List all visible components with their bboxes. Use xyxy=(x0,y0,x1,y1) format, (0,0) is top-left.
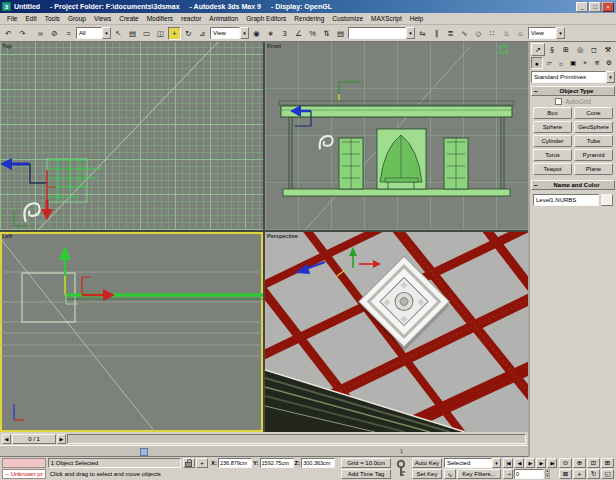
pyramid-button[interactable]: Pyramid xyxy=(574,149,613,161)
window-crossing-icon[interactable]: ◫ xyxy=(154,27,167,40)
set-key-button[interactable]: Set Key xyxy=(412,469,442,479)
render-view-dropdown[interactable]: View ▼ xyxy=(528,27,565,39)
utilities-tab-icon[interactable]: ⚒ xyxy=(601,43,615,56)
viewport-left-label[interactable]: Left xyxy=(2,233,12,239)
trackbar-frame-marker[interactable] xyxy=(140,448,148,456)
spinner-down-icon[interactable]: ▾ xyxy=(545,474,550,479)
plane-button[interactable]: Plane xyxy=(574,163,613,175)
time-slider-left-icon[interactable]: ◀ xyxy=(2,434,11,444)
zoom-extents-icon[interactable]: ⊡ xyxy=(587,458,600,468)
display-tab-icon[interactable]: ◻ xyxy=(587,43,601,56)
material-editor-icon[interactable]: ∷ xyxy=(486,27,499,40)
chevron-down-icon[interactable]: ▼ xyxy=(492,458,501,468)
maxscript-mini-listener[interactable]: -- Unknown pr xyxy=(2,469,46,479)
time-slider-track[interactable] xyxy=(67,434,526,444)
next-frame-icon[interactable]: ▶ xyxy=(536,458,546,468)
viewport-top-label[interactable]: Top xyxy=(2,43,12,49)
menu-tools[interactable]: Tools xyxy=(41,14,64,23)
spacewarps-icon[interactable]: ≋ xyxy=(591,57,603,69)
maximize-button[interactable]: □ xyxy=(589,2,601,12)
name-color-rollout[interactable]: − Name and Color xyxy=(531,180,615,190)
snap-toggle-icon[interactable]: 3 xyxy=(278,27,291,40)
render-setup-icon[interactable]: ♨ xyxy=(500,27,513,40)
absolute-offset-toggle[interactable]: + xyxy=(196,458,208,468)
hierarchy-tab-icon[interactable]: ⊞ xyxy=(559,43,573,56)
tube-button[interactable]: Tube xyxy=(574,135,613,147)
go-to-end-icon[interactable]: ▶| xyxy=(547,458,557,468)
select-by-name-icon[interactable]: ▤ xyxy=(126,27,139,40)
maxscript-macro-recorder[interactable] xyxy=(2,458,46,468)
geometry-icon[interactable]: ● xyxy=(531,57,543,69)
redo-icon[interactable]: ↷ xyxy=(16,27,29,40)
schematic-view-icon[interactable]: ◇ xyxy=(472,27,485,40)
key-mode-toggle-icon[interactable]: ⇢ xyxy=(503,469,513,479)
selection-filter-dropdown[interactable]: All ▼ xyxy=(76,27,111,39)
menu-maxscript[interactable]: MAXScript xyxy=(367,14,406,23)
menu-help[interactable]: Help xyxy=(406,14,427,23)
zoom-icon[interactable]: ⊙ xyxy=(559,458,572,468)
y-coord-field[interactable]: 1592.75cm xyxy=(260,458,294,468)
percent-snap-icon[interactable]: % xyxy=(306,27,319,40)
object-color-swatch[interactable] xyxy=(601,194,613,206)
go-to-start-icon[interactable]: |◀ xyxy=(503,458,513,468)
motion-tab-icon[interactable]: ◎ xyxy=(573,43,587,56)
reference-coord-dropdown[interactable]: View ▼ xyxy=(210,27,249,39)
viewport-perspective-label[interactable]: Perspective xyxy=(267,233,298,239)
chevron-down-icon[interactable]: ▼ xyxy=(556,27,565,39)
minimize-button[interactable]: _ xyxy=(576,2,588,12)
menu-group[interactable]: Group xyxy=(64,14,90,23)
named-sets-icon[interactable]: ▤ xyxy=(334,27,347,40)
undo-icon[interactable]: ↶ xyxy=(2,27,15,40)
primitives-dropdown[interactable]: Standard Primitives ▼ xyxy=(531,71,615,83)
select-and-move-icon[interactable]: + xyxy=(168,27,181,40)
curve-editor-icon[interactable]: ∿ xyxy=(458,27,471,40)
menu-create[interactable]: Create xyxy=(115,14,143,23)
selection-lock-toggle[interactable] xyxy=(183,458,195,468)
chevron-down-icon[interactable]: ▼ xyxy=(102,27,111,39)
play-icon[interactable]: ▶ xyxy=(525,458,535,468)
torus-button[interactable]: Torus xyxy=(533,149,572,161)
helpers-icon[interactable]: ⌖ xyxy=(579,57,591,69)
viewport-front[interactable]: Front xyxy=(265,42,528,230)
menu-reactor[interactable]: reactor xyxy=(177,14,205,23)
viewport-perspective[interactable]: Perspective xyxy=(265,232,528,432)
select-object-icon[interactable]: ↖ xyxy=(112,27,125,40)
teapot-button[interactable]: Teapot xyxy=(533,163,572,175)
object-type-rollout[interactable]: − Object Type xyxy=(531,86,615,96)
viewport-top[interactable]: Top xyxy=(0,42,263,230)
x-coord-field[interactable]: 236.879cm xyxy=(218,458,252,468)
viewport-front-label[interactable]: Front xyxy=(267,43,281,49)
object-name-input[interactable]: Level1.NURBS xyxy=(533,194,599,206)
menu-file[interactable]: File xyxy=(3,14,21,23)
z-coord-field[interactable]: 300.363cm xyxy=(301,458,335,468)
menu-edit[interactable]: Edit xyxy=(21,14,40,23)
select-and-manipulate-icon[interactable]: ∗ xyxy=(264,27,277,40)
previous-frame-icon[interactable]: ◀ xyxy=(514,458,524,468)
bind-to-spacewarp-icon[interactable]: ≈ xyxy=(62,27,75,40)
use-pivot-center-icon[interactable]: ◉ xyxy=(250,27,263,40)
angle-snap-icon[interactable]: ∠ xyxy=(292,27,305,40)
zoom-extents-all-icon[interactable]: ⊞ xyxy=(601,458,614,468)
time-slider-handle[interactable]: 0 / 1 xyxy=(12,434,56,444)
track-bar[interactable]: 1 xyxy=(0,445,528,457)
chevron-down-icon[interactable]: ▼ xyxy=(240,27,249,39)
cameras-icon[interactable]: ▣ xyxy=(567,57,579,69)
menu-animation[interactable]: Animation xyxy=(205,14,242,23)
menu-graph-editors[interactable]: Graph Editors xyxy=(242,14,290,23)
add-time-tag-button[interactable]: Add Time Tag xyxy=(341,469,390,479)
close-button[interactable]: × xyxy=(602,2,614,12)
box-button[interactable]: Box xyxy=(533,107,572,119)
time-slider-right-icon[interactable]: ▶ xyxy=(57,434,66,444)
cone-button[interactable]: Cone xyxy=(574,107,613,119)
spinner-snap-icon[interactable]: ⇅ xyxy=(320,27,333,40)
layer-manager-icon[interactable]: ≣ xyxy=(444,27,457,40)
menu-customize[interactable]: Customize xyxy=(328,14,367,23)
chevron-down-icon[interactable]: ▼ xyxy=(606,71,615,83)
systems-icon[interactable]: ⚙ xyxy=(603,57,615,69)
minmax-toggle-icon[interactable]: ◱ xyxy=(601,469,614,479)
rect-selection-region-icon[interactable]: ▭ xyxy=(140,27,153,40)
menu-rendering[interactable]: Rendering xyxy=(290,14,328,23)
create-tab-icon[interactable]: ↗ xyxy=(531,43,545,56)
frame-spinner[interactable]: ▴▾ xyxy=(545,469,550,479)
select-and-rotate-icon[interactable]: ↻ xyxy=(182,27,195,40)
